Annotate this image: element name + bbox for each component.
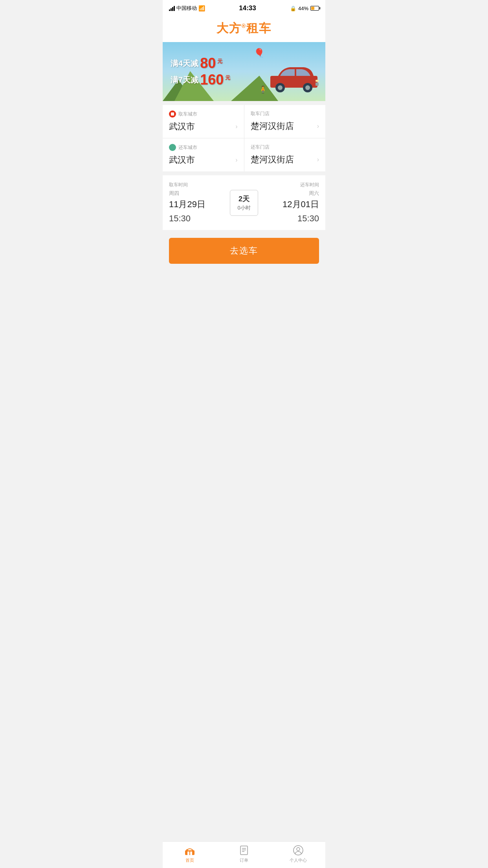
- signal-icon: [169, 6, 175, 11]
- app-title-main: 大方®租车: [216, 22, 272, 35]
- svg-point-4: [305, 85, 310, 90]
- pickup-city-label: 取车城市: [169, 110, 238, 118]
- pickup-time: 15:30: [169, 213, 205, 224]
- pickup-row: 取车城市 武汉市 › 取车门店 楚河汉街店 ›: [163, 105, 325, 138]
- banner-line2-prefix: 满7天减: [171, 75, 198, 85]
- battery-icon: [310, 6, 319, 11]
- return-time: 15:30: [283, 213, 319, 224]
- pickup-store-value: 楚河汉街店 ›: [251, 120, 319, 132]
- cta-section: 去选车: [163, 230, 325, 270]
- chevron-right-icon-2: ›: [317, 123, 319, 130]
- return-store-label: 还车门店: [251, 144, 319, 151]
- pickup-day: 周四: [169, 190, 205, 197]
- battery-percent: 44%: [298, 6, 308, 11]
- pickup-city-value: 武汉市 ›: [169, 121, 238, 132]
- return-date-block: 还车时间 周六 12月01日 15:30: [283, 182, 319, 224]
- pickup-city-cell[interactable]: 取车城市 武汉市 ›: [163, 105, 244, 138]
- return-store-value: 楚河汉街店 ›: [251, 154, 319, 166]
- return-icon: [169, 144, 176, 151]
- banner-line2-number: 160: [200, 73, 224, 87]
- return-city-value: 武汉市 ›: [169, 154, 238, 166]
- pickup-date: 11月29日: [169, 199, 205, 210]
- banner-line1-number: 80: [200, 56, 216, 70]
- status-left: 中国移动 📶: [169, 5, 205, 12]
- return-date: 12月01日: [283, 199, 319, 210]
- duration-box: 2天 0小时: [230, 190, 258, 216]
- return-store-cell[interactable]: 还车门店 楚河汉街店 ›: [244, 138, 326, 171]
- select-car-button[interactable]: 去选车: [169, 238, 319, 264]
- return-city-label: 还车城市: [169, 144, 238, 151]
- app-title: 大方®租车: [163, 20, 325, 37]
- promo-banner[interactable]: 🎈 🧍 满4天减 80 元 满7天减 160 元: [163, 42, 325, 101]
- banner-line1-prefix: 满4天减: [171, 58, 198, 69]
- pickup-store-label: 取车门店: [251, 110, 319, 117]
- app-header: 大方®租车: [163, 16, 325, 42]
- date-time-section[interactable]: 取车时间 周四 11月29日 15:30 2天 0小时 还车时间 周六 12月0…: [163, 175, 325, 230]
- chevron-right-icon-3: ›: [235, 156, 237, 164]
- status-bar: 中国移动 📶 14:33 🔒 44%: [163, 0, 325, 16]
- status-right: 🔒 44%: [290, 6, 319, 11]
- registered-mark: ®: [242, 23, 246, 29]
- duration-days: 2天: [236, 194, 252, 204]
- return-time-label: 还车时间: [283, 182, 319, 188]
- empty-space: [163, 270, 325, 349]
- status-time: 14:33: [239, 4, 256, 12]
- duration-hours: 0小时: [236, 204, 252, 211]
- banner-line1-unit: 元: [217, 58, 222, 65]
- pickup-time-label: 取车时间: [169, 182, 205, 188]
- svg-point-2: [278, 85, 283, 90]
- svg-rect-6: [316, 83, 319, 86]
- booking-form: 取车城市 武汉市 › 取车门店 楚河汉街店 › 还车城市: [163, 105, 325, 171]
- pickup-store-cell[interactable]: 取车门店 楚河汉街店 ›: [244, 105, 326, 138]
- pickup-icon: [169, 110, 176, 118]
- wifi-icon: 📶: [198, 5, 205, 11]
- carrier-label: 中国移动: [176, 5, 197, 12]
- pickup-date-block: 取车时间 周四 11月29日 15:30: [169, 182, 205, 224]
- return-day: 周六: [283, 190, 319, 197]
- lock-icon: 🔒: [290, 6, 296, 11]
- return-city-cell[interactable]: 还车城市 武汉市 ›: [163, 138, 244, 171]
- chevron-right-icon: ›: [235, 123, 237, 130]
- banner-line2-unit: 元: [225, 74, 230, 81]
- chevron-right-icon-4: ›: [317, 156, 319, 163]
- svg-rect-5: [316, 80, 319, 82]
- banner-car-image: [266, 62, 321, 95]
- return-row: 还车城市 武汉市 › 还车门店 楚河汉街店 ›: [163, 138, 325, 171]
